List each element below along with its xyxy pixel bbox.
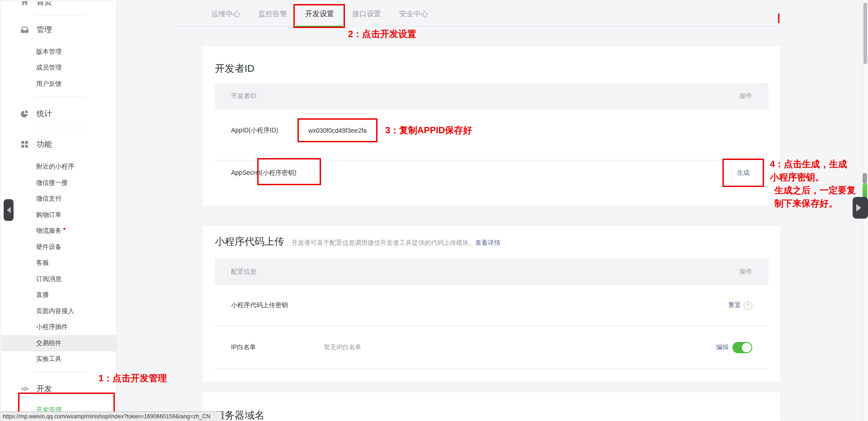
expand-panel-button[interactable] (853, 197, 868, 219)
tab-api-settings[interactable]: 接口设置 (352, 9, 381, 19)
annotation-step2: 2：点击开发设置 (348, 28, 416, 40)
sidebar-item-manage[interactable]: 管理 (1, 21, 116, 37)
ip-whitelist-value: 暂无IP白名单 (324, 343, 361, 351)
section-title-server-domain: 服务器域名 (215, 409, 769, 421)
annotation-line: 小程序密钥。 (770, 171, 868, 184)
table-row-ip-whitelist: IP白名单 暂无IP白名单 编辑 (215, 326, 769, 369)
annotation-step1: 1：点击开发管理 (99, 372, 167, 384)
appid-value: wx030f0cd49f3ee2fa (308, 127, 367, 134)
sidebar-item-wechat-search[interactable]: 微信搜一搜 (1, 175, 116, 191)
column-header: 配置信息 (231, 268, 256, 276)
upload-key-label: 小程序代码上传密钥 (231, 301, 288, 309)
annotation-line: 4：点击生成，生成 (770, 158, 868, 171)
annotation-box-appid: wx030f0cd49f3ee2fa (297, 118, 377, 142)
section-title-code-upload: 小程序代码上传 (215, 235, 284, 248)
sidebar-item-nearby-miniprogram[interactable]: 附近的小程序 (1, 159, 116, 175)
sidebar-item-experiment-tools[interactable]: 实验工具 (1, 351, 116, 368)
tab-monitor-alarm[interactable]: 监控告警 (258, 9, 287, 19)
sidebar: 首页 管理 版本管理 成员管理 用户反馈 统计 功能 附近的小程序 微信搜一搜 (1, 1, 117, 421)
tab-operations-center[interactable]: 运维中心 (211, 9, 240, 19)
sidebar-divider (35, 128, 85, 128)
annotation-box-tab (293, 4, 345, 28)
home-icon (21, 1, 28, 6)
table-row-appsecret: AppSecret(小程序密钥) 生成 (215, 160, 769, 213)
chevron-left-icon (7, 207, 11, 213)
scrollbar-thumb[interactable] (863, 3, 867, 64)
sidebar-item-live[interactable]: 直播 (1, 287, 116, 304)
annotation-line: 生成之后，一定要复 (770, 184, 868, 197)
annotation-box-generate: 生成 (722, 159, 764, 187)
sidebar-item-statistics[interactable]: 统计 (1, 106, 116, 122)
sidebar-divider (35, 372, 85, 373)
view-details-link[interactable]: 查看详情 (475, 239, 500, 247)
sidebar-item-customer-service[interactable]: 客服 (1, 255, 116, 271)
question-mark-icon[interactable]: ? (744, 301, 752, 310)
generate-button[interactable]: 生成 (737, 169, 750, 177)
tab-security-center[interactable]: 安全中心 (399, 9, 428, 19)
sidebar-divider (35, 97, 85, 97)
sidebar-item-label: 管理 (37, 24, 52, 35)
column-header-action: 操作 (740, 268, 752, 276)
new-badge-dot (63, 228, 66, 230)
ip-whitelist-label: IP白名单 (231, 343, 324, 351)
wechat-miniprogram-admin-page: 首页 管理 版本管理 成员管理 用户反馈 统计 功能 附近的小程序 微信搜一搜 (0, 0, 868, 421)
sidebar-item-page-content[interactable]: 页面内容接入 (1, 303, 116, 319)
tabbar-divider (176, 26, 780, 26)
mini-scrollbar-cap (863, 173, 867, 184)
section-title-developer-id: 开发者ID (215, 62, 769, 75)
table-row-appid: AppID(小程序ID) wx030f0cd49f3ee2fa 3：复制APPI… (215, 109, 769, 160)
grid-icon (21, 140, 28, 148)
sidebar-item-label: 物流服务 (36, 227, 61, 235)
toggle-knob (742, 343, 751, 352)
table-row-upload-key: 小程序代码上传密钥 重置 ? (215, 285, 769, 326)
sidebar-item-subscribe-message[interactable]: 订阅消息 (1, 271, 116, 287)
table-header: 配置信息 操作 (215, 258, 769, 285)
table-header: 开发者ID 操作 (215, 83, 769, 109)
sidebar-item-version-management[interactable]: 版本管理 (1, 44, 116, 60)
reset-button[interactable]: 重置 (728, 301, 741, 309)
annotation-step3: 3：复制APPID保存好 (385, 118, 472, 142)
column-header-action: 操作 (740, 92, 752, 100)
sidebar-item-wechat-pay[interactable]: 微信支付 (1, 191, 116, 207)
sidebar-item-trade-component[interactable]: 交易组件 (1, 335, 116, 351)
developer-id-section: 开发者ID 开发者ID 操作 AppID(小程序ID) wx030f0cd49f… (203, 47, 780, 206)
section-description: 开发者可基于配置信息调用微信开发者工具提供的代码上传模块。 (292, 239, 475, 247)
sidebar-item-logistics-service[interactable]: 物流服务 (1, 223, 116, 239)
collapse-sidebar-button[interactable] (4, 199, 14, 221)
sidebar-item-miniprogram-plugin[interactable]: 小程序插件 (1, 319, 116, 336)
sidebar-item-member-management[interactable]: 成员管理 (1, 60, 116, 76)
sidebar-item-label: 功能 (37, 139, 52, 150)
sidebar-item-home[interactable]: 首页 (1, 1, 116, 9)
settings-tab-bar: 运维中心 监控告警 开发设置 接口设置 安全中心 (116, 1, 863, 27)
pie-chart-icon (21, 110, 28, 117)
sidebar-item-label: 统计 (37, 108, 52, 119)
sidebar-item-features[interactable]: 功能 (1, 136, 116, 153)
browser-status-url: https://mp.weixin.qq.com/wxamp/minishop/… (0, 412, 222, 421)
inbox-icon (21, 26, 28, 33)
appid-label: AppID(小程序ID) (231, 118, 297, 142)
red-tick-mark (778, 14, 779, 23)
code-upload-section: 小程序代码上传 开发者可基于配置信息调用微信开发者工具提供的代码上传模块。 查看… (203, 226, 780, 382)
ip-whitelist-toggle[interactable] (732, 342, 752, 353)
sidebar-item-user-feedback[interactable]: 用户反馈 (1, 76, 116, 92)
sidebar-item-hardware-devices[interactable]: 硬件设备 (1, 239, 116, 255)
sidebar-item-shopping-orders[interactable]: 购物订单 (1, 207, 116, 223)
sidebar-divider (35, 15, 85, 15)
server-domain-section: 服务器域名 (203, 393, 780, 421)
chevron-right-icon (856, 204, 861, 211)
appsecret-label: AppSecret(小程序密钥) (231, 168, 297, 177)
edit-button[interactable]: 编辑 (716, 343, 729, 351)
column-header: 开发者ID (231, 92, 256, 100)
code-icon: </> (21, 385, 28, 393)
sidebar-item-label: 首页 (37, 1, 52, 7)
